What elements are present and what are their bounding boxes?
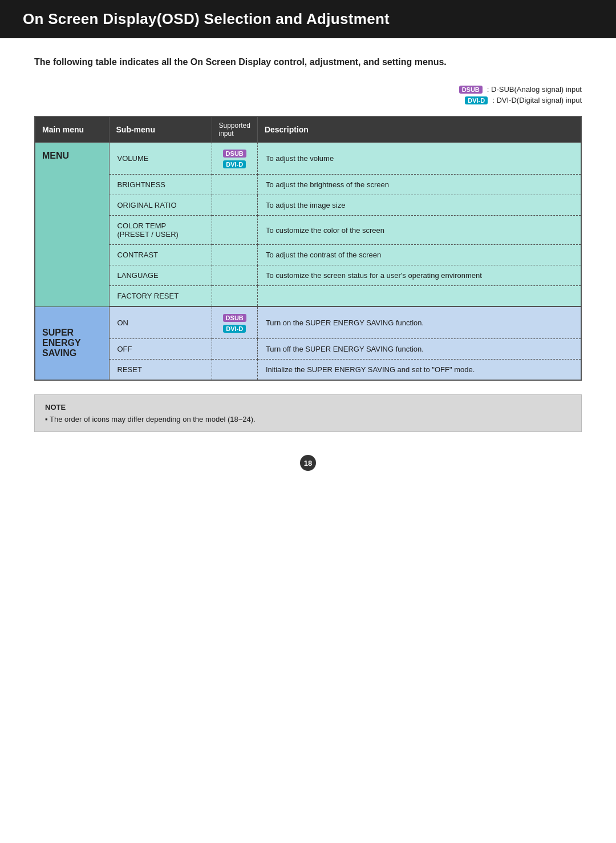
table-row: LANGUAGE To customize the screen status … xyxy=(35,265,581,286)
intro-text: The following table indicates all the On… xyxy=(34,55,582,69)
col-description: Description xyxy=(257,116,581,143)
table-row: BRIGHTNESS To adjust the brightness of t… xyxy=(35,175,581,195)
desc-on: Turn on the SUPER ENERGY SAVING function… xyxy=(257,306,581,339)
desc-contrast: To adjust the contrast of the screen xyxy=(257,245,581,265)
table-row: FACTORY RESET xyxy=(35,286,581,307)
dsub-label: : D-SUB(Analog signal) input xyxy=(487,85,582,94)
input-on: DSUB DVI-D xyxy=(212,306,257,339)
sub-menu-off: OFF xyxy=(109,339,212,360)
desc-brightness: To adjust the brightness of the screen xyxy=(257,175,581,195)
input-volume: DSUB DVI-D xyxy=(212,143,257,175)
dsub-badge: DSUB xyxy=(459,86,483,94)
page-number-container: 18 xyxy=(34,455,582,471)
sub-menu-reset: RESET xyxy=(109,360,212,381)
table-row: COLOR TEMP(PRESET / USER) To customize t… xyxy=(35,216,581,245)
sub-menu-volume: VOLUME xyxy=(109,143,212,175)
col-sub-menu: Sub-menu xyxy=(109,116,212,143)
table-row: ORIGINAL RATIO To adjust the image size xyxy=(35,195,581,216)
sub-menu-original-ratio: ORIGINAL RATIO xyxy=(109,195,212,216)
input-factory-reset xyxy=(212,286,257,307)
page-title: On Screen Display(OSD) Selection and Adj… xyxy=(23,10,390,27)
legend-dvid: DVI-D : DVI-D(Digital signal) input xyxy=(465,96,582,104)
sub-menu-color-temp: COLOR TEMP(PRESET / USER) xyxy=(109,216,212,245)
col-main-menu: Main menu xyxy=(35,116,109,143)
input-color-temp xyxy=(212,216,257,245)
input-original-ratio xyxy=(212,195,257,216)
sub-menu-factory-reset: FACTORY RESET xyxy=(109,286,212,307)
page-number: 18 xyxy=(300,455,316,471)
input-language xyxy=(212,265,257,286)
main-menu-super: SUPERENERGYSAVING xyxy=(35,306,109,380)
legend-dsub: DSUB : D-SUB(Analog signal) input xyxy=(459,85,582,94)
table-row: CONTRAST To adjust the contrast of the s… xyxy=(35,245,581,265)
desc-factory-reset xyxy=(257,286,581,307)
note-box: NOTE ▪ The order of icons may differ dep… xyxy=(34,394,582,432)
legend: DSUB : D-SUB(Analog signal) input DVI-D … xyxy=(34,85,582,104)
page-header: On Screen Display(OSD) Selection and Adj… xyxy=(0,0,616,38)
sub-menu-language: LANGUAGE xyxy=(109,265,212,286)
sub-menu-brightness: BRIGHTNESS xyxy=(109,175,212,195)
dvid-badge-volume: DVI-D xyxy=(223,160,246,168)
desc-original-ratio: To adjust the image size xyxy=(257,195,581,216)
page-content: The following table indicates all the On… xyxy=(0,38,616,494)
osd-table: Main menu Sub-menu Supported input Descr… xyxy=(34,116,582,381)
table-row: RESET Initialize the SUPER ENERGY SAVING… xyxy=(35,360,581,381)
desc-off: Turn off the SUPER ENERGY SAVING functio… xyxy=(257,339,581,360)
dvid-badge-on: DVI-D xyxy=(223,325,246,333)
input-reset xyxy=(212,360,257,381)
desc-volume: To adjust the volume xyxy=(257,143,581,175)
input-off xyxy=(212,339,257,360)
dvid-label: : DVI-D(Digital signal) input xyxy=(492,96,582,104)
main-menu-label: MENU xyxy=(35,143,109,307)
dvid-badge: DVI-D xyxy=(465,96,488,104)
table-row: SUPERENERGYSAVING ON DSUB DVI-D Turn on … xyxy=(35,306,581,339)
sub-menu-contrast: CONTRAST xyxy=(109,245,212,265)
col-supported-input: Supported input xyxy=(212,116,257,143)
desc-color-temp: To customize the color of the screen xyxy=(257,216,581,245)
desc-reset: Initialize the SUPER ENERGY SAVING and s… xyxy=(257,360,581,381)
input-contrast xyxy=(212,245,257,265)
input-brightness xyxy=(212,175,257,195)
note-title: NOTE xyxy=(45,403,571,412)
note-text: ▪ The order of icons may differ dependin… xyxy=(45,415,571,423)
table-header-row: Main menu Sub-menu Supported input Descr… xyxy=(35,116,581,143)
table-row: MENU VOLUME DSUB DVI-D To adjust the vol… xyxy=(35,143,581,175)
dsub-badge-volume: DSUB xyxy=(223,150,246,158)
sub-menu-on: ON xyxy=(109,306,212,339)
desc-language: To customize the screen status for a use… xyxy=(257,265,581,286)
dsub-badge-on: DSUB xyxy=(223,314,246,322)
table-row: OFF Turn off the SUPER ENERGY SAVING fun… xyxy=(35,339,581,360)
